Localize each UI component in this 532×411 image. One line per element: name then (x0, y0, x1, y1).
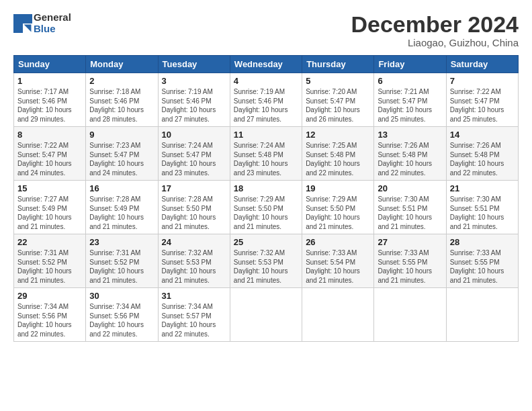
calendar-day-cell (374, 288, 446, 342)
day-number: 22 (17, 237, 82, 247)
day-number: 2 (89, 76, 154, 86)
svg-rect-2 (13, 24, 23, 33)
day-info: Sunrise: 7:23 AM Sunset: 5:47 PM Dayligh… (89, 141, 154, 177)
day-number: 11 (234, 130, 298, 140)
day-number: 3 (162, 76, 226, 86)
day-number: 26 (306, 237, 370, 247)
day-number: 13 (378, 130, 442, 140)
calendar-day-cell: 22Sunrise: 7:31 AM Sunset: 5:52 PM Dayli… (14, 234, 86, 288)
calendar-day-cell: 8Sunrise: 7:22 AM Sunset: 5:47 PM Daylig… (14, 127, 86, 181)
day-number: 25 (234, 237, 298, 247)
day-info: Sunrise: 7:33 AM Sunset: 5:54 PM Dayligh… (306, 248, 370, 285)
logo-icon (13, 14, 32, 33)
day-info: Sunrise: 7:26 AM Sunset: 5:48 PM Dayligh… (378, 141, 442, 177)
day-number: 15 (17, 183, 82, 193)
calendar-day-cell: 2Sunrise: 7:18 AM Sunset: 5:46 PM Daylig… (86, 73, 158, 127)
day-info: Sunrise: 7:19 AM Sunset: 5:46 PM Dayligh… (234, 87, 298, 124)
day-info: Sunrise: 7:25 AM Sunset: 5:48 PM Dayligh… (306, 141, 370, 177)
calendar-week-row: 15Sunrise: 7:27 AM Sunset: 5:49 PM Dayli… (14, 181, 519, 234)
weekday-header-monday: Monday (86, 56, 158, 73)
weekday-header-thursday: Thursday (302, 56, 374, 73)
day-number: 4 (234, 76, 298, 86)
day-info: Sunrise: 7:30 AM Sunset: 5:51 PM Dayligh… (450, 195, 515, 231)
day-number: 18 (234, 183, 298, 193)
calendar-day-cell: 15Sunrise: 7:27 AM Sunset: 5:49 PM Dayli… (14, 181, 86, 234)
calendar-day-cell: 3Sunrise: 7:19 AM Sunset: 5:46 PM Daylig… (158, 73, 230, 127)
calendar-week-row: 29Sunrise: 7:34 AM Sunset: 5:56 PM Dayli… (14, 288, 519, 342)
calendar-day-cell: 27Sunrise: 7:33 AM Sunset: 5:55 PM Dayli… (374, 234, 446, 288)
calendar-day-cell: 13Sunrise: 7:26 AM Sunset: 5:48 PM Dayli… (374, 127, 446, 181)
calendar-week-row: 8Sunrise: 7:22 AM Sunset: 5:47 PM Daylig… (14, 127, 519, 181)
weekday-header-friday: Friday (374, 56, 446, 73)
day-info: Sunrise: 7:20 AM Sunset: 5:47 PM Dayligh… (306, 87, 370, 124)
day-number: 24 (162, 237, 226, 247)
logo-general: General (34, 12, 71, 24)
calendar-day-cell: 20Sunrise: 7:30 AM Sunset: 5:51 PM Dayli… (374, 181, 446, 234)
day-info: Sunrise: 7:28 AM Sunset: 5:50 PM Dayligh… (162, 195, 226, 231)
day-number: 27 (378, 237, 442, 247)
day-info: Sunrise: 7:24 AM Sunset: 5:47 PM Dayligh… (162, 141, 226, 177)
day-number: 6 (378, 76, 442, 86)
day-info: Sunrise: 7:26 AM Sunset: 5:48 PM Dayligh… (450, 141, 515, 177)
day-info: Sunrise: 7:34 AM Sunset: 5:56 PM Dayligh… (17, 302, 82, 338)
calendar-day-cell: 10Sunrise: 7:24 AM Sunset: 5:47 PM Dayli… (158, 127, 230, 181)
day-info: Sunrise: 7:32 AM Sunset: 5:53 PM Dayligh… (234, 248, 298, 285)
svg-rect-1 (23, 14, 32, 24)
calendar-day-cell: 25Sunrise: 7:32 AM Sunset: 5:53 PM Dayli… (230, 234, 302, 288)
month-title: December 2024 (351, 12, 519, 37)
day-info: Sunrise: 7:30 AM Sunset: 5:51 PM Dayligh… (378, 195, 442, 231)
day-number: 1 (17, 76, 82, 86)
location-subtitle: Liaogao, Guizhou, China (351, 37, 519, 48)
day-info: Sunrise: 7:31 AM Sunset: 5:52 PM Dayligh… (89, 248, 154, 285)
calendar-day-cell (446, 288, 518, 342)
day-number: 8 (17, 130, 82, 140)
calendar-day-cell: 9Sunrise: 7:23 AM Sunset: 5:47 PM Daylig… (86, 127, 158, 181)
day-number: 14 (450, 130, 515, 140)
calendar-day-cell: 28Sunrise: 7:33 AM Sunset: 5:55 PM Dayli… (446, 234, 518, 288)
calendar-table: SundayMondayTuesdayWednesdayThursdayFrid… (13, 55, 519, 342)
day-number: 10 (162, 130, 226, 140)
calendar-week-row: 1Sunrise: 7:17 AM Sunset: 5:46 PM Daylig… (14, 73, 519, 127)
day-number: 19 (306, 183, 370, 193)
day-info: Sunrise: 7:34 AM Sunset: 5:56 PM Dayligh… (89, 302, 154, 338)
day-info: Sunrise: 7:27 AM Sunset: 5:49 PM Dayligh… (17, 195, 82, 231)
day-number: 12 (306, 130, 370, 140)
day-number: 30 (89, 291, 154, 301)
svg-rect-0 (13, 14, 23, 24)
day-number: 7 (450, 76, 515, 86)
day-number: 28 (450, 237, 515, 247)
calendar-day-cell: 19Sunrise: 7:29 AM Sunset: 5:50 PM Dayli… (302, 181, 374, 234)
weekday-header-tuesday: Tuesday (158, 56, 230, 73)
calendar-day-cell: 30Sunrise: 7:34 AM Sunset: 5:56 PM Dayli… (86, 288, 158, 342)
calendar-day-cell: 7Sunrise: 7:22 AM Sunset: 5:47 PM Daylig… (446, 73, 518, 127)
day-info: Sunrise: 7:22 AM Sunset: 5:47 PM Dayligh… (17, 141, 82, 177)
day-info: Sunrise: 7:29 AM Sunset: 5:50 PM Dayligh… (306, 195, 370, 231)
page: General Blue December 2024 Liaogao, Guiz… (0, 0, 532, 411)
day-number: 17 (162, 183, 226, 193)
calendar-day-cell: 16Sunrise: 7:28 AM Sunset: 5:49 PM Dayli… (86, 181, 158, 234)
day-number: 9 (89, 130, 154, 140)
day-info: Sunrise: 7:33 AM Sunset: 5:55 PM Dayligh… (450, 248, 515, 285)
calendar-day-cell (302, 288, 374, 342)
day-info: Sunrise: 7:21 AM Sunset: 5:47 PM Dayligh… (378, 87, 442, 124)
calendar-day-cell: 6Sunrise: 7:21 AM Sunset: 5:47 PM Daylig… (374, 73, 446, 127)
calendar-day-cell: 17Sunrise: 7:28 AM Sunset: 5:50 PM Dayli… (158, 181, 230, 234)
calendar-day-cell: 31Sunrise: 7:34 AM Sunset: 5:57 PM Dayli… (158, 288, 230, 342)
calendar-day-cell: 26Sunrise: 7:33 AM Sunset: 5:54 PM Dayli… (302, 234, 374, 288)
calendar-day-cell: 1Sunrise: 7:17 AM Sunset: 5:46 PM Daylig… (14, 73, 86, 127)
calendar-day-cell (230, 288, 302, 342)
logo: General Blue (13, 12, 71, 34)
day-info: Sunrise: 7:34 AM Sunset: 5:57 PM Dayligh… (162, 302, 226, 338)
day-info: Sunrise: 7:17 AM Sunset: 5:46 PM Dayligh… (17, 87, 82, 124)
day-info: Sunrise: 7:18 AM Sunset: 5:46 PM Dayligh… (89, 87, 154, 124)
day-info: Sunrise: 7:22 AM Sunset: 5:47 PM Dayligh… (450, 87, 515, 124)
weekday-header-saturday: Saturday (446, 56, 518, 73)
logo-blue: Blue (34, 24, 71, 35)
day-info: Sunrise: 7:32 AM Sunset: 5:53 PM Dayligh… (162, 248, 226, 285)
day-number: 23 (89, 237, 154, 247)
day-info: Sunrise: 7:28 AM Sunset: 5:49 PM Dayligh… (89, 195, 154, 231)
title-area: December 2024 Liaogao, Guizhou, China (351, 12, 519, 48)
calendar-day-cell: 18Sunrise: 7:29 AM Sunset: 5:50 PM Dayli… (230, 181, 302, 234)
calendar-day-cell: 24Sunrise: 7:32 AM Sunset: 5:53 PM Dayli… (158, 234, 230, 288)
calendar-day-cell: 11Sunrise: 7:24 AM Sunset: 5:48 PM Dayli… (230, 127, 302, 181)
